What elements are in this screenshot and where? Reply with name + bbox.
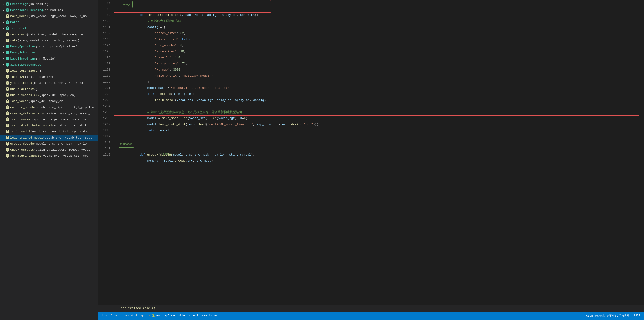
sidebar-item-batch[interactable]: ▶ C Batch: [0, 19, 98, 25]
chevron-icon: ▶: [2, 8, 6, 12]
sidebar-item-create-dataloaders[interactable]: f create_dataloaders(device, vocab_src, …: [0, 110, 98, 116]
sidebar-item-train-worker[interactable]: f train_worker(gpu, ngpus_per_node, voca…: [0, 116, 98, 122]
func-icon: f: [6, 39, 9, 42]
code-line-1202: train_model(vocab_src, vocab_tgt, spacy_…: [118, 91, 644, 97]
sidebar-item-run-epoch[interactable]: f run_epoch(data_iter, model, loss_compu…: [0, 31, 98, 37]
code-line-1193: "num_epochs": 8,: [118, 37, 644, 43]
sidebar-item-collate-batch[interactable]: f collate_batch(batch, src_pipeline, tgt…: [0, 104, 98, 110]
line-num-1201: 1201: [98, 85, 110, 91]
code-line-1199: }: [118, 73, 644, 79]
line-num-1187: 1187: [98, 0, 110, 6]
code-lines: 1 usage def load_trained_model(vocab_src…: [114, 0, 644, 304]
code-line-1191: "batch_size": 32,: [118, 24, 644, 30]
sidebar-item-embeddings[interactable]: ▶ C Embeddings(nn.Module): [0, 1, 98, 7]
func-icon: f: [6, 136, 9, 139]
func-icon: f: [6, 93, 9, 97]
line-num-1199: 1199: [98, 73, 110, 79]
sidebar-item-positionalencoding[interactable]: ▶ C PositionalEncoding(nn.Module): [0, 7, 98, 13]
line-num-1193: 1193: [98, 37, 110, 43]
sidebar-item-dummyscheduler[interactable]: ▶ C DummyScheduler: [0, 50, 98, 56]
sidebar-item-train-distributed-model[interactable]: f train_distributed_model(vocab_src, voc…: [0, 122, 98, 128]
func-icon: f: [6, 87, 9, 91]
code-line-1200: model_path = "output/multi30k_model_fina…: [118, 79, 644, 85]
sidebar-item-label: build_dataset(): [10, 87, 38, 91]
sidebar-item-label: rate(step, model_size, factor, warmup): [10, 39, 79, 42]
chevron-icon: ▶: [2, 20, 6, 24]
sidebar-item-tokenize[interactable]: f tokenize(text, tokenizer): [0, 74, 98, 80]
code-line-1195: "base_lr": 1.0,: [118, 49, 644, 55]
line-num-1196: 1196: [98, 55, 110, 61]
line-num-1211: 1211: [98, 146, 110, 152]
line-num-1198: 1198: [98, 67, 110, 73]
class-icon: C: [6, 45, 9, 48]
breadcrumb-file-wrapper: 🐍 own_implementation_a_real_example.py: [152, 314, 217, 318]
sidebar-item-train-model[interactable]: f train_model(vocab_src, vocab_tgt, spac…: [0, 128, 98, 135]
line-num-1189: 1189: [98, 12, 110, 18]
code-line-1211: def greedy_decode(model, src, src_mask, …: [118, 146, 644, 152]
chevron-icon: ▶: [2, 45, 6, 48]
line-col-text: 1291: [634, 314, 640, 317]
sidebar-item-dummyoptimizer[interactable]: ▶ C DummyOptimizer(torch.optim.Optimizer…: [0, 44, 98, 50]
code-line-1206: model.load_state_dict(torch.load("multi3…: [118, 115, 644, 121]
func-icon: f: [6, 75, 9, 79]
code-line-1198: "file_prefix": "multi30k_model_",: [118, 67, 644, 73]
sidebar-item-label: tokenize(text, tokenizer): [10, 75, 56, 79]
sidebar-item-rate[interactable]: f rate(step, model_size, factor, warmup): [0, 37, 98, 44]
sidebar-item-greedy-decode[interactable]: f greedy_decode(model, src, src_mask, ma…: [0, 141, 98, 147]
sidebar-item-label: Batch: [10, 21, 19, 24]
sidebar-item-label: SimpleLossCompute: [10, 63, 41, 67]
func-icon: f: [6, 142, 9, 146]
breadcrumb: transformer_annotated_paper › 🐍 own_impl…: [102, 314, 217, 318]
line-num-1203: 1203: [98, 97, 110, 103]
func-icon: f: [6, 118, 9, 121]
sidebar-item-make-model[interactable]: f make_model(src_vocab, tgt_vocab, N=6, …: [0, 13, 98, 19]
fn-ref-bar: load_trained_model(): [98, 304, 644, 311]
func-icon: f: [6, 81, 9, 85]
sidebar-item-load-vocab[interactable]: f load_vocab(spacy_de, spacy_en): [0, 98, 98, 104]
code-area: 1187 1188 1189 1190 1191 1192 1193 1194 …: [98, 0, 644, 320]
code-line-1197: "warmup": 3000,: [118, 61, 644, 67]
code-line-1201: if not exists(model_path):: [118, 85, 644, 91]
sidebar-item-trainstate[interactable]: ▶ C TrainState: [0, 25, 98, 31]
code-line-1190: config = {: [118, 18, 644, 24]
code-line-1188: def load_trained_model(vocab_src, vocab_…: [118, 6, 644, 12]
breadcrumb-sep-1: ›: [148, 314, 150, 317]
sidebar-item-yield-tokens[interactable]: f yield_tokens(data_iter, tokenizer, ind…: [0, 80, 98, 86]
class-icon: C: [6, 57, 9, 61]
fn-ref-text: load_trained_model(): [119, 306, 156, 310]
sidebar-item-label: PositionalEncoding(nn.Module): [10, 9, 63, 12]
code-line-1196: "max_padding": 72,: [118, 55, 644, 61]
sidebar-item-label: load_vocab(spacy_de, spacy_en): [10, 100, 65, 103]
chevron-icon: ▶: [2, 63, 6, 67]
func-icon: f: [6, 105, 9, 109]
func-icon: f: [6, 69, 9, 73]
line-num-1194: 1194: [98, 43, 110, 49]
sidebar-item-simplelosscompute[interactable]: ▶ C SimpleLossCompute: [0, 62, 98, 68]
func-icon: f: [6, 124, 9, 127]
code-line-1209: [118, 134, 644, 140]
chevron-icon: ▶: [2, 51, 6, 55]
sidebar-item-label: TrainState: [10, 27, 28, 30]
sidebar-item-labelsmoothing[interactable]: ▶ C LabelSmoothing(nn.Module): [0, 56, 98, 62]
sidebar-item-label: run_epoch(data_iter, model, loss_compute…: [10, 33, 92, 36]
sidebar-item-label: collate_batch(batch, src_pipeline, tgt_p…: [10, 106, 96, 109]
sidebar-item-label: DummyScheduler: [10, 51, 36, 55]
code-line-1204: # 加载的是模型参数等信息，而不是模型本身，需要重新构建模型结构: [118, 103, 644, 109]
chevron-icon: ▶: [2, 2, 6, 6]
sidebar-item-build-dataset[interactable]: f build_dataset(): [0, 86, 98, 92]
sidebar-item-check-outputs[interactable]: f check_outputs(valid_dataloader, model,…: [0, 147, 98, 153]
func-icon: f: [6, 154, 9, 158]
sidebar-item-label: train_distributed_model(vocab_src, vocab…: [10, 124, 92, 127]
line-num-1191: 1191: [98, 24, 110, 30]
code-line-1212: memory = model.encode(src, src_mask): [118, 152, 644, 158]
line-num-1200: 1200: [98, 79, 110, 85]
sidebar-item-run-model-example[interactable]: f run_model_example(vocab_src, vocab_tgt…: [0, 153, 98, 159]
code-container: 1187 1188 1189 1190 1191 1192 1193 1194 …: [98, 0, 644, 304]
sidebar-item-load-tokenizers[interactable]: f load_tokenizers(): [0, 68, 98, 74]
sidebar-item-label: load_tokenizers(): [10, 69, 41, 73]
line-num-1207: 1207: [98, 121, 110, 128]
func-icon: f: [6, 111, 9, 115]
sidebar-item-build-vocabulary[interactable]: f build_vocabulary(spacy_de, spacy_en): [0, 92, 98, 98]
sidebar-item-label: load_trained_model(vocab_src, vocab_tgt,…: [10, 136, 92, 139]
sidebar-item-load-trained-model[interactable]: f load_trained_model(vocab_src, vocab_tg…: [0, 135, 98, 141]
